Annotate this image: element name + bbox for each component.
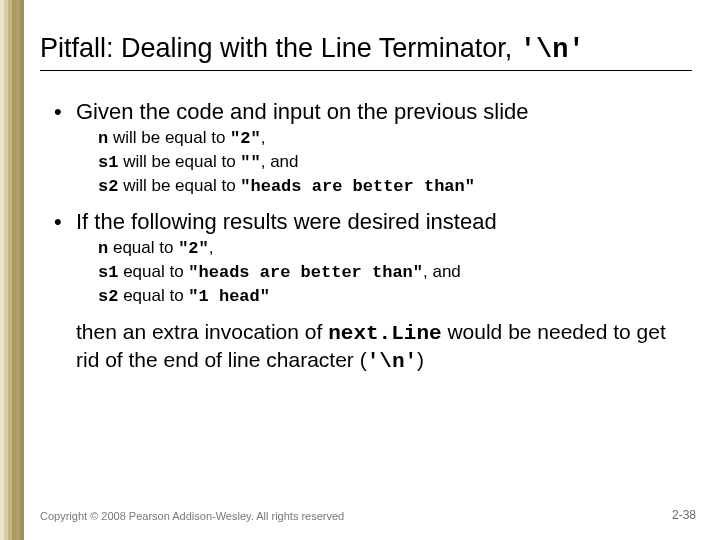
bullet-2-sub: n equal to "2", s1 equal to "heads are b… bbox=[76, 237, 692, 309]
title-text: Pitfall: Dealing with the Line Terminato… bbox=[40, 33, 520, 63]
decorative-stripe bbox=[0, 0, 24, 540]
bullet-1: Given the code and input on the previous… bbox=[76, 99, 692, 199]
slide-title: Pitfall: Dealing with the Line Terminato… bbox=[40, 32, 692, 66]
title-rule bbox=[40, 70, 692, 71]
bullet-2-text: If the following results were desired in… bbox=[76, 209, 497, 234]
sub-line: n will be equal to "2", bbox=[98, 127, 692, 151]
bullet-list: Given the code and input on the previous… bbox=[40, 99, 692, 375]
bullet-2-body: then an extra invocation of next.Line wo… bbox=[76, 319, 692, 376]
slide-body: Pitfall: Dealing with the Line Terminato… bbox=[24, 0, 720, 540]
bullet-1-text: Given the code and input on the previous… bbox=[76, 99, 529, 124]
sub-line: s2 will be equal to "heads are better th… bbox=[98, 175, 692, 199]
title-code: '\n' bbox=[520, 35, 585, 65]
copyright-footer: Copyright © 2008 Pearson Addison-Wesley.… bbox=[40, 510, 344, 522]
sub-line: s2 equal to "1 head" bbox=[98, 285, 692, 309]
sub-line: s1 will be equal to "", and bbox=[98, 151, 692, 175]
page-number: 2-38 bbox=[672, 508, 696, 522]
bullet-1-sub: n will be equal to "2", s1 will be equal… bbox=[76, 127, 692, 199]
sub-line: n equal to "2", bbox=[98, 237, 692, 261]
bullet-2: If the following results were desired in… bbox=[76, 209, 692, 375]
sub-line: s1 equal to "heads are better than", and bbox=[98, 261, 692, 285]
